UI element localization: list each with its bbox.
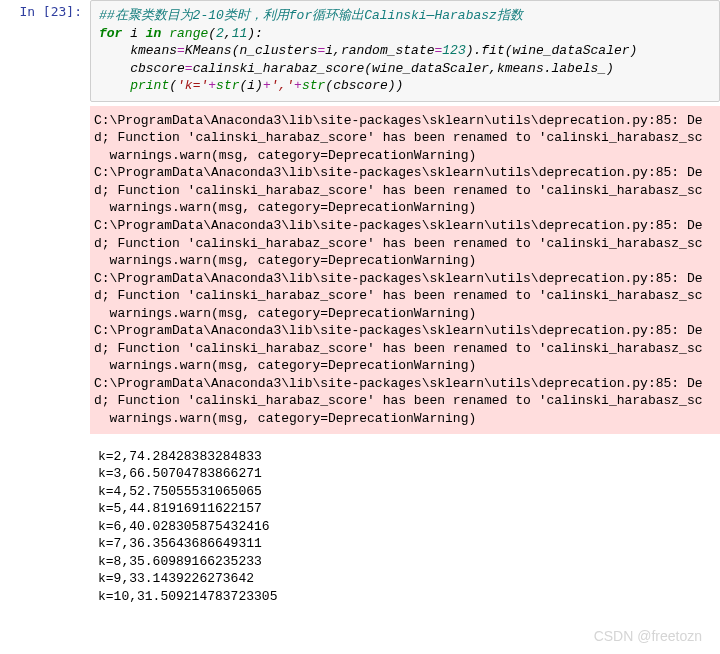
input-prompt: In [23]: [0,0,90,102]
kw-in: in [146,26,162,41]
stdout-output: k=2,74.28428383284833 k=3,66.50704783866… [90,442,720,612]
code-cell: In [23]: ##在聚类数目为2-10类时，利用for循环输出Calinsk… [0,0,720,102]
stdout-block: k=2,74.28428383284833 k=3,66.50704783866… [0,434,720,612]
code-comment: ##在聚类数目为2-10类时，利用for循环输出Calinski—Harabas… [99,8,523,23]
code-input-area[interactable]: ##在聚类数目为2-10类时，利用for循环输出Calinski—Harabas… [90,0,720,102]
stderr-block: C:\ProgramData\Anaconda3\lib\site-packag… [0,102,720,434]
kw-for: for [99,26,122,41]
stderr-output: C:\ProgramData\Anaconda3\lib\site-packag… [90,106,720,434]
watermark: CSDN @freetozn [594,628,702,644]
